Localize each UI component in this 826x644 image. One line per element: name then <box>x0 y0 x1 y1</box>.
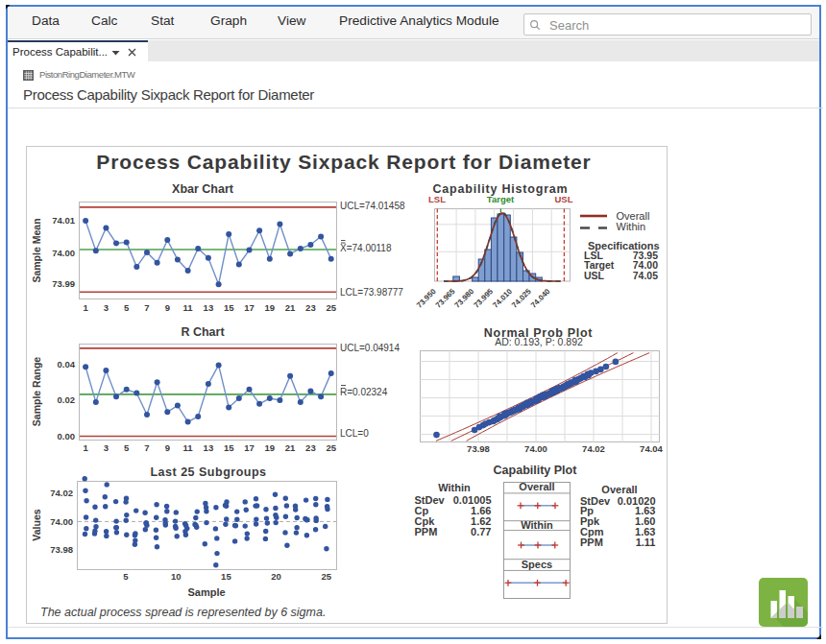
svg-text:73.98: 73.98 <box>467 443 490 454</box>
svg-text:USL: USL <box>584 270 605 281</box>
svg-text:74.02: 74.02 <box>582 443 605 454</box>
svg-text:74.01: 74.01 <box>52 215 75 226</box>
svg-text:R=0.02324: R=0.02324 <box>340 387 388 397</box>
svg-text:1: 1 <box>83 302 88 313</box>
svg-text:10: 10 <box>171 571 182 582</box>
svg-text:74.05: 74.05 <box>633 270 658 281</box>
svg-text:74.00: 74.00 <box>50 516 73 527</box>
svg-text:73.995: 73.995 <box>472 287 495 310</box>
svg-text:Within: Within <box>617 221 646 232</box>
svg-text:R Chart: R Chart <box>181 325 225 339</box>
svg-text:1.11: 1.11 <box>636 537 656 548</box>
svg-text:3: 3 <box>104 442 109 453</box>
svg-text:PPM: PPM <box>415 526 438 537</box>
svg-text:0.00: 0.00 <box>58 431 76 441</box>
svg-text:0.77: 0.77 <box>471 526 491 537</box>
svg-text:Overall: Overall <box>519 481 554 492</box>
svg-text:73.950: 73.950 <box>415 287 438 310</box>
svg-text:USL: USL <box>555 194 573 204</box>
svg-text:11: 11 <box>183 302 194 313</box>
svg-text:Target: Target <box>487 194 515 204</box>
svg-text:19: 19 <box>265 442 276 453</box>
svg-text:UCL=0.04914: UCL=0.04914 <box>340 343 400 353</box>
svg-text:Xbar Chart: Xbar Chart <box>172 182 234 196</box>
svg-text:Last 25 Subgroups: Last 25 Subgroups <box>150 465 266 479</box>
svg-text:LCL=73.98777: LCL=73.98777 <box>340 287 403 298</box>
svg-text:74.025: 74.025 <box>510 287 533 310</box>
svg-text:13: 13 <box>204 302 214 313</box>
svg-text:Sample Range: Sample Range <box>31 357 42 427</box>
svg-text:25: 25 <box>326 442 336 453</box>
svg-text:9: 9 <box>165 302 170 313</box>
svg-text:17: 17 <box>244 302 255 313</box>
svg-text:Sample: Sample <box>187 586 225 598</box>
svg-text:73.980: 73.980 <box>453 287 476 310</box>
svg-text:Within: Within <box>438 482 471 493</box>
svg-text:1: 1 <box>83 442 88 453</box>
svg-text:Capability Plot: Capability Plot <box>494 464 578 477</box>
svg-text:74.00: 74.00 <box>524 443 547 454</box>
svg-text:Overall: Overall <box>601 484 637 495</box>
svg-text:15: 15 <box>224 442 234 453</box>
svg-text:7: 7 <box>144 442 149 453</box>
svg-text:15: 15 <box>221 571 231 582</box>
svg-text:20: 20 <box>271 571 281 582</box>
svg-text:0.02: 0.02 <box>58 394 76 405</box>
svg-text:5: 5 <box>124 302 130 313</box>
svg-text:PPM: PPM <box>580 537 603 548</box>
svg-text:Specs: Specs <box>522 559 552 570</box>
svg-text:74.00: 74.00 <box>52 248 75 258</box>
svg-text:73.965: 73.965 <box>434 287 457 310</box>
svg-text:74.040: 74.040 <box>529 287 552 310</box>
svg-text:Sample Mean: Sample Mean <box>31 218 42 282</box>
svg-text:21: 21 <box>285 302 296 313</box>
svg-text:9: 9 <box>165 442 170 453</box>
svg-text:The actual process spread is r: The actual process spread is represented… <box>40 606 326 619</box>
svg-text:3: 3 <box>104 302 109 313</box>
svg-text:Within: Within <box>521 519 553 531</box>
svg-text:21: 21 <box>285 442 296 453</box>
svg-text:25: 25 <box>322 571 332 582</box>
svg-text:11: 11 <box>183 442 194 453</box>
svg-text:7: 7 <box>144 302 149 313</box>
svg-text:5: 5 <box>123 571 129 582</box>
svg-text:UCL=74.01458: UCL=74.01458 <box>340 201 405 211</box>
svg-text:17: 17 <box>244 442 255 453</box>
svg-text:X=74.00118: X=74.00118 <box>340 243 392 253</box>
svg-text:LCL=0: LCL=0 <box>340 428 369 439</box>
svg-text:23: 23 <box>305 442 316 453</box>
svg-text:23: 23 <box>305 302 316 313</box>
svg-text:25: 25 <box>326 302 336 313</box>
svg-text:73.98: 73.98 <box>50 544 73 555</box>
svg-text:15: 15 <box>224 302 234 313</box>
svg-text:74.010: 74.010 <box>491 287 514 310</box>
svg-text:74.04: 74.04 <box>640 443 663 454</box>
svg-text:Process Capability Sixpack Rep: Process Capability Sixpack Report for Di… <box>96 151 591 173</box>
svg-text:73.99: 73.99 <box>52 278 75 289</box>
svg-text:74.02: 74.02 <box>50 488 73 498</box>
svg-text:0.04: 0.04 <box>58 359 76 370</box>
svg-text:19: 19 <box>265 302 276 313</box>
svg-text:5: 5 <box>124 442 130 453</box>
svg-text:AD: 0.193, P: 0.892: AD: 0.193, P: 0.892 <box>495 336 583 347</box>
svg-text:LSL: LSL <box>428 194 446 204</box>
svg-text:Values: Values <box>31 509 42 540</box>
svg-text:13: 13 <box>204 442 214 453</box>
